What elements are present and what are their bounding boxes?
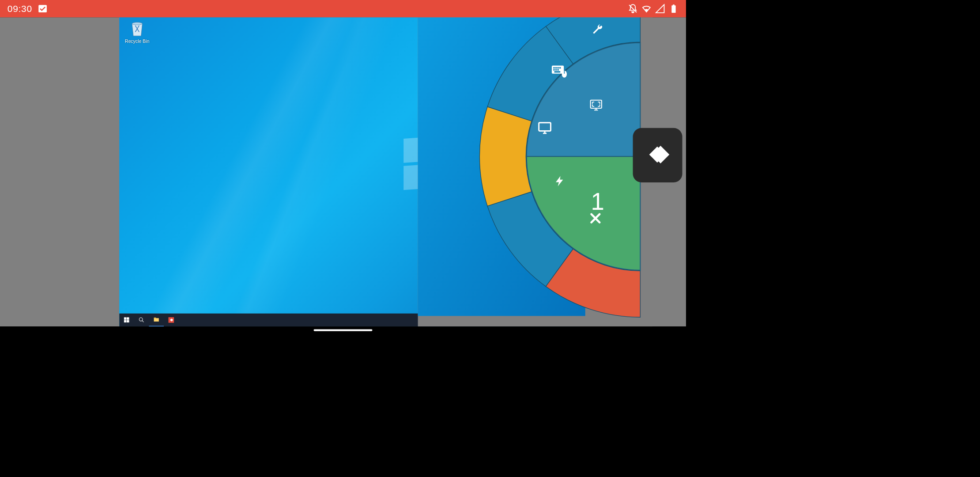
nav-home-pill[interactable]	[314, 329, 373, 331]
tray-keyboard-icon[interactable]	[531, 314, 540, 326]
battery-icon	[669, 4, 678, 13]
svg-rect-2	[671, 5, 675, 13]
taskbar-anydesk-button[interactable]	[164, 314, 179, 326]
tray-security-icon[interactable]	[488, 314, 497, 326]
anydesk-logo-icon	[641, 144, 675, 167]
taskbar-notifications-button[interactable]	[567, 318, 580, 322]
desktop-icon-label: Recycle Bin	[122, 38, 152, 44]
svg-rect-7	[124, 320, 127, 323]
recycle-bin-icon	[129, 20, 145, 36]
tray-connector-icon[interactable]	[523, 314, 531, 326]
tray-volume-icon[interactable]	[514, 314, 523, 326]
svg-rect-12	[154, 318, 156, 318]
status-bar-right	[628, 4, 678, 13]
task-check-icon	[38, 4, 47, 13]
start-button[interactable]	[119, 314, 134, 326]
remote-desktop-viewport[interactable]: Recycle Bin	[119, 17, 580, 326]
svg-rect-5	[124, 317, 127, 320]
svg-rect-17	[571, 318, 575, 321]
svg-rect-6	[127, 317, 129, 320]
tray-anydesk-icon[interactable]	[479, 314, 488, 326]
svg-rect-11	[154, 318, 159, 322]
svg-rect-14	[502, 320, 503, 321]
svg-rect-13	[499, 319, 502, 321]
tray-wifi-icon[interactable]	[505, 314, 514, 326]
android-status-bar: 09:30	[0, 0, 686, 17]
svg-point-4	[132, 23, 142, 25]
taskbar-clock-date: 29 Jul 2019	[543, 320, 564, 325]
status-bar-left: 09:30	[8, 4, 48, 14]
anydesk-small-icon	[169, 317, 174, 323]
svg-rect-8	[127, 320, 129, 323]
svg-rect-0	[38, 5, 47, 12]
menu-handle-tab[interactable]	[633, 128, 682, 182]
taskbar-right: 09:31 29 Jul 2019	[479, 314, 580, 326]
svg-rect-15	[533, 319, 538, 322]
taskbar-file-explorer-button[interactable]	[149, 314, 164, 326]
svg-line-10	[142, 321, 144, 322]
taskbar-left	[119, 314, 178, 326]
windows-logo-wallpaper	[403, 138, 456, 190]
android-nav-bar	[0, 326, 686, 334]
dnd-off-icon	[628, 4, 637, 13]
wifi-icon	[641, 4, 651, 13]
taskbar-clock-time: 09:31	[543, 315, 564, 320]
status-clock: 09:30	[8, 4, 32, 14]
desktop-icon-recycle-bin[interactable]: Recycle Bin	[122, 20, 152, 43]
svg-point-9	[139, 318, 143, 321]
taskbar-search-button[interactable]	[134, 314, 149, 326]
tray-battery-icon[interactable]	[497, 314, 505, 326]
windows-taskbar[interactable]: 09:31 29 Jul 2019	[119, 314, 580, 326]
svg-rect-3	[673, 4, 675, 6]
signal-icon	[655, 4, 665, 13]
taskbar-clock[interactable]: 09:31 29 Jul 2019	[540, 315, 567, 325]
app-root: 09:30	[0, 0, 686, 334]
viewport-background: Recycle Bin	[0, 17, 686, 326]
